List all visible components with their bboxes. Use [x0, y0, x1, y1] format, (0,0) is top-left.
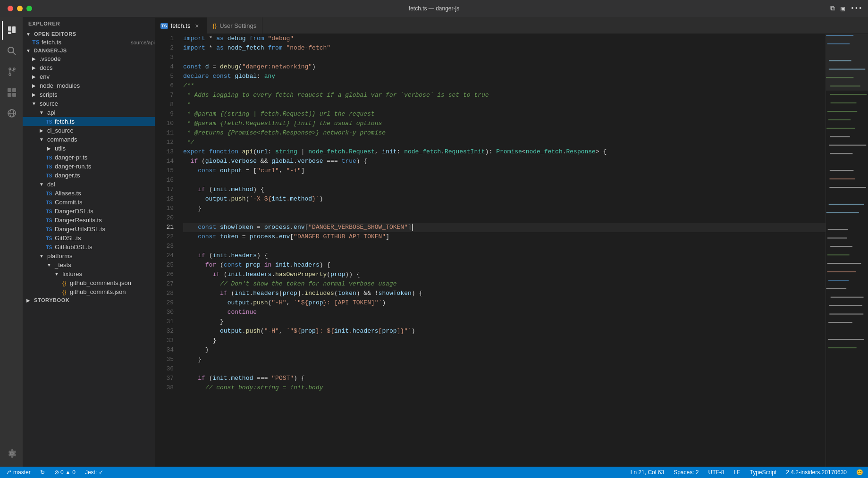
main-layout: EXPLORER ▼ OPEN EDITORS TS fetch.ts sour…: [0, 17, 868, 467]
sidebar-item-github-dsl[interactable]: TS GitHubDSL.ts: [23, 243, 155, 252]
svg-line-4: [13, 52, 16, 55]
github-comments-icon: {}: [60, 280, 68, 286]
sidebar-item-node-modules[interactable]: ▶ node_modules: [23, 81, 155, 90]
minimize-button[interactable]: [17, 6, 23, 11]
sidebar-item-fixtures[interactable]: ▼ fixtures: [23, 269, 155, 278]
sidebar-item-commands[interactable]: ▼ commands: [23, 135, 155, 144]
sidebar-item-github-commits[interactable]: {} github_commits.json: [23, 287, 155, 296]
version-status[interactable]: 2.4.2-insiders.20170630: [781, 467, 851, 478]
git-branch-status[interactable]: ⎇ master: [0, 467, 35, 478]
open-editors-section[interactable]: ▼ OPEN EDITORS: [23, 30, 155, 38]
fixtures-arrow: ▼: [53, 271, 60, 277]
status-bar: ⎇ master ↻ ⊘ 0 ▲ 0 Jest: ✓ Ln 21, Col 63…: [0, 467, 868, 478]
code-line-16: [183, 176, 826, 185]
extensions-activity-icon[interactable]: [2, 83, 21, 102]
sidebar-item-fetch-ts[interactable]: TS fetch.ts: [23, 117, 155, 126]
sidebar-item-git-dsl[interactable]: TS GitDSL.ts: [23, 234, 155, 243]
sidebar-item-utils[interactable]: ▶ utils: [23, 144, 155, 153]
code-line-31: }: [183, 317, 826, 327]
sidebar-item-source[interactable]: ▼ source: [23, 99, 155, 108]
language-status[interactable]: TypeScript: [745, 467, 782, 478]
code-line-23: [183, 242, 826, 251]
cursor-position-text: Ln 21, Col 63: [631, 469, 664, 476]
code-line-8: *: [183, 100, 826, 109]
sync-status[interactable]: ↻: [35, 467, 50, 478]
danger-run-icon: TS: [45, 163, 53, 170]
window-title: fetch.ts — danger-js: [409, 5, 459, 12]
ts-file-icon: TS: [32, 39, 40, 46]
sidebar-item-docs[interactable]: ▶ docs: [23, 63, 155, 72]
close-button[interactable]: [8, 6, 13, 11]
encoding-status[interactable]: UTF-8: [704, 467, 729, 478]
code-content[interactable]: import * as debug from "debug" import * …: [177, 34, 826, 467]
cursor-position-status[interactable]: Ln 21, Col 63: [626, 467, 669, 478]
minimap[interactable]: [826, 34, 868, 467]
line-ending-status[interactable]: LF: [729, 467, 745, 478]
sidebar-item-vscode[interactable]: ▶ .vscode: [23, 54, 155, 63]
storybook-section[interactable]: ▶ STORYBOOK: [23, 296, 155, 304]
commit-label: Commit.ts: [55, 199, 155, 206]
code-line-9: * @param {(string | fetch.Request)} url …: [183, 109, 826, 119]
sidebar-item-platforms[interactable]: ▼ platforms: [23, 252, 155, 260]
sidebar-item-danger-pr[interactable]: TS danger-pr.ts: [23, 153, 155, 162]
danger-ts-label: danger.ts: [55, 172, 155, 179]
source-control-activity-icon[interactable]: [2, 62, 21, 81]
vscode-arrow: ▶: [30, 56, 38, 61]
sidebar-item-danger-utils-dsl[interactable]: TS DangerUtilsDSL.ts: [23, 225, 155, 234]
utils-arrow: ▶: [45, 146, 53, 151]
sidebar-item-tests[interactable]: ▼ _tests: [23, 260, 155, 269]
line-num-35: 35: [155, 355, 174, 364]
sidebar-item-dsl[interactable]: ▼ dsl: [23, 180, 155, 189]
platforms-label: platforms: [47, 252, 155, 260]
sidebar-item-commit[interactable]: TS Commit.ts: [23, 198, 155, 207]
line-num-30: 30: [155, 308, 174, 317]
source-arrow: ▼: [30, 101, 38, 106]
sidebar: EXPLORER ▼ OPEN EDITORS TS fetch.ts sour…: [23, 17, 155, 467]
sidebar-item-danger-dsl[interactable]: TS DangerDSL.ts: [23, 207, 155, 216]
smiley-status[interactable]: 😊: [851, 467, 868, 478]
tab-user-settings[interactable]: {} User Settings: [207, 17, 262, 34]
dsl-arrow: ▼: [38, 182, 45, 187]
indentation-text: Spaces: 2: [674, 469, 699, 476]
line-num-3: 3: [155, 53, 174, 62]
open-editors-arrow: ▼: [25, 32, 32, 37]
sidebar-item-danger-results[interactable]: TS DangerResults.ts: [23, 216, 155, 225]
sidebar-item-ci-source[interactable]: ▶ ci_source: [23, 126, 155, 135]
open-editor-fetch-ts[interactable]: TS fetch.ts source/api: [23, 38, 155, 47]
sidebar-item-github-comments[interactable]: {} github_comments.json: [23, 278, 155, 287]
settings-activity-icon[interactable]: [2, 444, 21, 463]
jest-status[interactable]: Jest: ✓: [80, 467, 108, 478]
maximize-button[interactable]: [26, 6, 32, 11]
code-line-14: if (global.verbose && global.verbose ===…: [183, 157, 826, 166]
fetch-ts-label: fetch.ts: [55, 118, 155, 125]
open-editor-filename: fetch.ts: [42, 39, 128, 46]
sidebar-item-api[interactable]: ▼ api: [23, 108, 155, 117]
sidebar-item-scripts[interactable]: ▶ scripts: [23, 90, 155, 99]
sidebar-item-danger-ts[interactable]: TS danger.ts: [23, 171, 155, 180]
line-num-20: 20: [155, 213, 174, 223]
line-num-1: 1: [155, 34, 174, 43]
svg-rect-2: [8, 32, 11, 34]
danger-js-section[interactable]: ▼ DANGER-JS: [23, 47, 155, 54]
line-ending-text: LF: [734, 469, 741, 476]
tab-fetch-ts[interactable]: TS fetch.ts ×: [155, 17, 207, 34]
line-num-36: 36: [155, 364, 174, 374]
toggle-panel-icon[interactable]: ▣: [841, 5, 844, 13]
explorer-activity-icon[interactable]: [2, 21, 21, 40]
fetch-ts-tab-close[interactable]: ×: [193, 22, 201, 30]
code-line-17: if (init.method) {: [183, 185, 826, 194]
remote-explorer-activity-icon[interactable]: [2, 104, 21, 123]
line-num-22: 22: [155, 232, 174, 242]
user-settings-tab-label: User Settings: [219, 22, 256, 29]
indentation-status[interactable]: Spaces: 2: [669, 467, 703, 478]
errors-warnings-status[interactable]: ⊘ 0 ▲ 0: [50, 467, 80, 478]
docs-arrow: ▶: [30, 65, 38, 70]
sidebar-item-aliases[interactable]: TS Aliases.ts: [23, 189, 155, 198]
split-editor-icon[interactable]: ⧉: [830, 5, 835, 12]
sidebar-item-env[interactable]: ▶ env: [23, 72, 155, 81]
search-activity-icon[interactable]: [2, 42, 21, 60]
more-actions-icon[interactable]: •••: [851, 5, 862, 12]
sidebar-item-danger-run[interactable]: TS danger-run.ts: [23, 162, 155, 171]
svg-rect-8: [8, 88, 11, 92]
line-num-37: 37: [155, 374, 174, 383]
